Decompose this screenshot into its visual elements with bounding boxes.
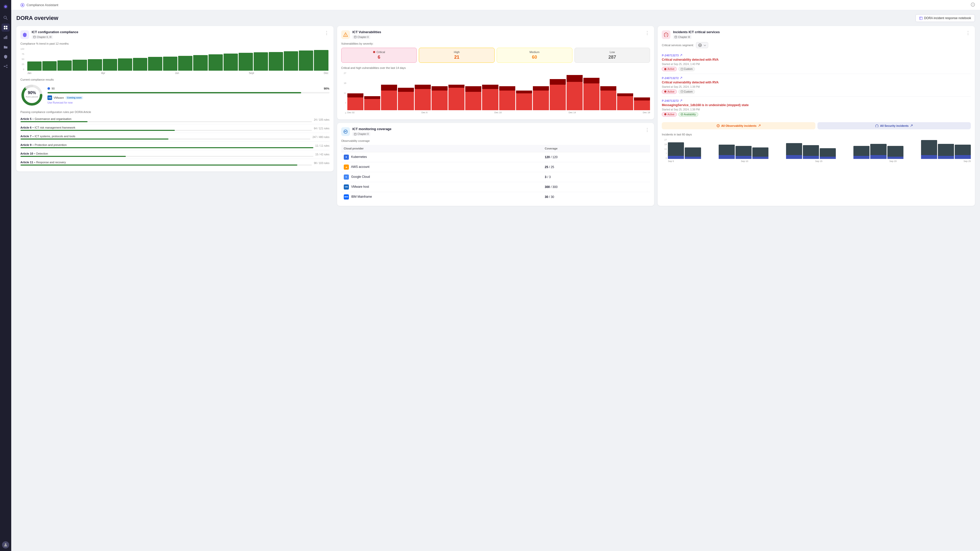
vuln-y-axis: 27 18 11 7 0	[341, 72, 346, 115]
inc-bars	[668, 138, 971, 159]
article-count: 24 / 105 rules	[314, 118, 329, 121]
vuln-seg-high	[617, 96, 633, 110]
segment-selector[interactable]	[696, 42, 708, 48]
all-observability-button[interactable]: All Observability incidents	[662, 122, 815, 129]
inc-bar-col	[887, 138, 904, 159]
all-security-button[interactable]: All Security incidents	[818, 122, 971, 129]
sidebar-search-icon[interactable]	[2, 14, 10, 22]
vuln-seg-critical	[482, 85, 498, 89]
article-label: Article 10 – Detection	[21, 152, 313, 157]
main-grid: ICT configuration compliance Chapter II,…	[16, 26, 975, 206]
notebook-button[interactable]: DORA incident response notebook	[915, 14, 975, 22]
svg-rect-54	[681, 91, 683, 93]
svg-point-13	[6, 67, 7, 68]
sidebar-grid-icon[interactable]	[2, 24, 10, 32]
donut-wrap: 90% Rules passed 90 90%	[21, 84, 329, 107]
article-fill	[21, 156, 126, 157]
obs-col-coverage: Coverage	[542, 145, 650, 152]
page-title: DORA overview	[16, 15, 58, 21]
incident-tags: !ActiveCustom	[662, 67, 971, 71]
article-count: 64 / 121 rules	[314, 127, 329, 130]
vuln-icon: !	[341, 30, 350, 39]
provider-name: IBM Mainframe	[351, 195, 372, 198]
vuln-seg-high	[634, 100, 650, 110]
incident-id[interactable]: P-240713272	[662, 76, 971, 79]
svg-text:90%: 90%	[28, 91, 36, 95]
incidents-icon: !	[662, 30, 670, 39]
topbar: Compliance Assistant ?	[11, 0, 980, 10]
vuln-x-labels: Dec 02 Dec 6 Dec 10 Dec 14 Dec 18	[347, 111, 650, 114]
trend-chart-wrap: 100 75 50 25 0 Jan Apr Jun	[21, 48, 329, 75]
article-label: Article 11 – Response and recovery	[21, 161, 312, 165]
svg-rect-10	[6, 36, 7, 39]
article-label: Article 9 – Protection and prevention	[21, 143, 313, 148]
kubernetes-progress-fill	[48, 92, 301, 94]
obs-col-provider: Cloud provider	[341, 145, 542, 152]
vuln-bar-col	[449, 72, 465, 110]
vuln-chart: Dec 02 Dec 6 Dec 10 Dec 14 Dec 18	[347, 72, 650, 115]
vuln-bar-col	[533, 72, 549, 110]
obs-table: Cloud provider Coverage ⎈ Kubernetes 120…	[341, 145, 650, 202]
inc-seg-blue	[735, 156, 752, 159]
low-badge: Low 287	[574, 48, 650, 63]
incident-items-list: P-240713273 Critical vulnerability detec…	[662, 51, 971, 119]
vuln-bar-col	[566, 72, 583, 110]
vuln-bar-col	[381, 72, 397, 110]
vuln-seg-critical	[347, 94, 363, 98]
vuln-title-area: ! ICT Vulnerabilities Chapter II	[341, 30, 381, 39]
vuln-bar-col	[600, 72, 616, 110]
monitoring-menu-icon[interactable]: ⋮	[644, 127, 650, 133]
vuln-bar-col	[499, 72, 515, 110]
incident-id[interactable]: P-240713272	[662, 99, 971, 102]
vuln-bar-col	[482, 72, 498, 110]
sidebar-integrations-icon[interactable]	[2, 62, 10, 70]
inc-seg-dark	[955, 144, 971, 155]
svg-line-14	[5, 65, 6, 66]
coverage-value: 120 / 120	[545, 156, 558, 159]
active-icon: !	[664, 68, 667, 70]
articles-list: Article 5 – Governance and organisation …	[21, 116, 329, 167]
current-compliance-label: Current compliance results	[21, 78, 329, 81]
inc-bar-col	[938, 138, 954, 159]
chevron-down-icon	[703, 44, 706, 46]
incidents-menu-icon[interactable]: ⋮	[965, 30, 971, 36]
sidebar-shield-icon[interactable]	[2, 52, 10, 61]
provider-name: Google Cloud	[351, 175, 370, 179]
inc-seg-blue	[668, 156, 684, 159]
incident-time: Started at Sep 25, 2024, 1:38 PM	[662, 108, 971, 111]
article-label: Article 7 – ICT systems, protocols and t…	[21, 135, 310, 140]
inc-bar-col	[752, 138, 768, 159]
active-icon: !	[664, 90, 667, 93]
svg-point-61	[718, 126, 718, 127]
obs-coverage-cell: 3 / 3	[542, 172, 650, 182]
svg-point-12	[6, 65, 7, 66]
sidebar-logo	[2, 3, 10, 11]
inc-seg-dark	[820, 148, 836, 157]
svg-rect-37	[354, 133, 356, 135]
kubernetes-label: 90	[52, 87, 55, 90]
external-link-icon	[679, 100, 682, 102]
runecast-link[interactable]: Use Runecast for now	[48, 101, 329, 104]
svg-point-1	[4, 5, 7, 8]
inc-seg-dark	[685, 148, 701, 157]
svg-rect-8	[4, 37, 5, 39]
trend-label: Compliance % trend in past 12 months	[21, 42, 329, 45]
incident-item: P-240713272 Critical vulnerability detec…	[662, 74, 971, 97]
obs-table-body: ⎈ Kubernetes 120 / 120 ☁ AWS account 25 …	[341, 152, 650, 202]
obs-external-icon	[758, 124, 760, 127]
incident-tags: !ActiveAvailability	[662, 112, 971, 117]
inc-seg-blue	[853, 156, 870, 159]
inc-seg-dark	[668, 142, 684, 156]
inc-seg-blue	[921, 155, 937, 159]
sidebar-chart-icon[interactable]	[2, 33, 10, 41]
incident-id[interactable]: P-240713273	[662, 54, 971, 57]
sidebar-folder-icon[interactable]	[2, 43, 10, 51]
sidebar-avatar[interactable]	[2, 541, 9, 548]
article-bar	[21, 165, 312, 165]
trend-bar	[148, 57, 162, 71]
vmware-label: VMware	[54, 96, 64, 99]
monitoring-card: ICT monitoring coverage Chapter II ⋮ Obs…	[337, 123, 654, 206]
vuln-menu-icon[interactable]: ⋮	[644, 30, 650, 36]
trend-bar	[42, 61, 57, 71]
compliance-menu-icon[interactable]: ⋮	[324, 30, 329, 36]
